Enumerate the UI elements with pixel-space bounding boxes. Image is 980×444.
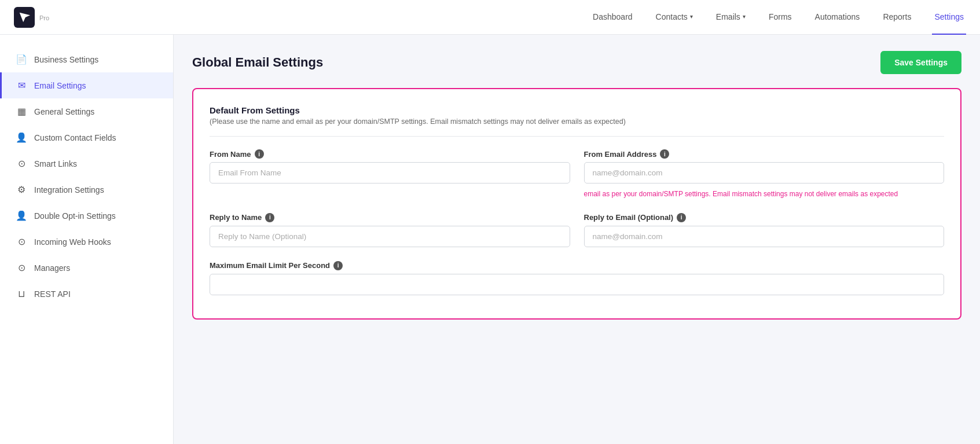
save-settings-button[interactable]: Save Settings xyxy=(880,51,961,74)
sidebar-item-label: REST API xyxy=(34,289,71,299)
sidebar-item-label: Email Settings xyxy=(34,81,86,90)
sidebar-item-label: General Settings xyxy=(34,107,94,116)
sidebar: 📄 Business Settings ✉ Email Settings ▦ G… xyxy=(0,35,174,444)
from-name-label: From Name i xyxy=(210,149,570,159)
email-settings-icon: ✉ xyxy=(16,80,27,91)
max-email-group: Maximum Email Limit Per Second i 15 xyxy=(210,261,944,295)
sidebar-item-business-settings[interactable]: 📄 Business Settings xyxy=(0,46,173,72)
general-settings-icon: ▦ xyxy=(16,106,27,117)
from-fields-row: From Name i From Email Address i email a… xyxy=(210,149,944,199)
from-name-input[interactable] xyxy=(210,162,570,184)
sidebar-item-label: Double Opt-in Settings xyxy=(34,211,116,221)
reply-fields-row: Reply to Name i Reply to Email (Optional… xyxy=(210,213,944,247)
sidebar-item-email-settings[interactable]: ✉ Email Settings xyxy=(0,72,173,98)
contacts-chevron-icon: ▾ xyxy=(690,13,693,20)
sidebar-item-rest-api[interactable]: ⊔ REST API xyxy=(0,281,173,307)
sidebar-item-integration-settings[interactable]: ⚙ Integration Settings xyxy=(0,177,173,203)
double-optin-icon: 👤 xyxy=(16,210,27,221)
reply-email-label: Reply to Email (Optional) i xyxy=(584,213,945,222)
layout: 📄 Business Settings ✉ Email Settings ▦ G… xyxy=(0,35,980,444)
pro-badge: Pro xyxy=(39,14,49,21)
smart-links-icon: ⊙ xyxy=(16,158,27,169)
page-header: Global Email Settings Save Settings xyxy=(192,51,961,74)
section-title: Default From Settings xyxy=(210,105,944,115)
nav-automations[interactable]: Automations xyxy=(813,0,862,35)
from-email-info-icon: i xyxy=(660,149,669,159)
nav-reports[interactable]: Reports xyxy=(880,0,913,35)
topnav: Pro Dashboard Contacts ▾ Emails ▾ Forms … xyxy=(0,0,980,35)
from-email-input[interactable] xyxy=(584,162,945,184)
divider xyxy=(210,136,944,137)
reply-email-group: Reply to Email (Optional) i xyxy=(584,213,945,247)
business-settings-icon: 📄 xyxy=(16,54,27,65)
sidebar-item-label: Business Settings xyxy=(34,55,98,64)
nav-forms[interactable]: Forms xyxy=(766,0,794,35)
rest-api-icon: ⊔ xyxy=(16,288,27,299)
from-name-info-icon: i xyxy=(255,149,264,159)
main-content: Global Email Settings Save Settings Defa… xyxy=(174,35,980,444)
logo-area: Pro xyxy=(14,7,49,28)
sidebar-item-double-optin[interactable]: 👤 Double Opt-in Settings xyxy=(0,203,173,229)
sidebar-item-incoming-webhooks[interactable]: ⊙ Incoming Web Hooks xyxy=(0,229,173,255)
page-title: Global Email Settings xyxy=(192,55,323,70)
nav-contacts[interactable]: Contacts ▾ xyxy=(654,0,695,35)
incoming-webhooks-icon: ⊙ xyxy=(16,236,27,247)
managers-icon: ⊙ xyxy=(16,262,27,273)
from-name-group: From Name i xyxy=(210,149,570,199)
sidebar-item-label: Integration Settings xyxy=(34,185,104,195)
reply-name-label: Reply to Name i xyxy=(210,213,570,222)
custom-contact-fields-icon: 👤 xyxy=(16,132,27,143)
max-email-input[interactable]: 15 xyxy=(210,274,944,295)
reply-email-input[interactable] xyxy=(584,226,945,247)
from-email-group: From Email Address i email as per your d… xyxy=(584,149,945,199)
sidebar-item-smart-links[interactable]: ⊙ Smart Links xyxy=(0,151,173,177)
reply-name-input[interactable] xyxy=(210,226,570,247)
section-desc: (Please use the name and email as per yo… xyxy=(210,118,944,126)
max-email-label: Maximum Email Limit Per Second i xyxy=(210,261,944,270)
sidebar-item-label: Custom Contact Fields xyxy=(34,133,116,142)
nav-emails[interactable]: Emails ▾ xyxy=(714,0,748,35)
sidebar-item-general-settings[interactable]: ▦ General Settings xyxy=(0,98,173,124)
reply-email-info-icon: i xyxy=(677,213,686,222)
reply-name-group: Reply to Name i xyxy=(210,213,570,247)
sidebar-item-managers[interactable]: ⊙ Managers xyxy=(0,255,173,281)
from-email-label: From Email Address i xyxy=(584,149,945,159)
sidebar-item-custom-contact-fields[interactable]: 👤 Custom Contact Fields xyxy=(0,124,173,151)
logo-icon xyxy=(14,7,35,28)
reply-name-info-icon: i xyxy=(265,213,274,222)
nav-dashboard[interactable]: Dashboard xyxy=(590,0,635,35)
settings-card: Default From Settings (Please use the na… xyxy=(192,88,961,320)
integration-settings-icon: ⚙ xyxy=(16,184,27,195)
sidebar-item-label: Incoming Web Hooks xyxy=(34,237,111,247)
from-email-hint: email as per your domain/SMTP settings. … xyxy=(584,189,945,199)
emails-chevron-icon: ▾ xyxy=(743,13,746,20)
topnav-links: Dashboard Contacts ▾ Emails ▾ Forms Auto… xyxy=(590,0,966,35)
sidebar-item-label: Smart Links xyxy=(34,159,77,168)
max-email-info-icon: i xyxy=(333,261,343,270)
sidebar-item-label: Managers xyxy=(34,263,70,273)
nav-settings[interactable]: Settings xyxy=(932,0,966,35)
